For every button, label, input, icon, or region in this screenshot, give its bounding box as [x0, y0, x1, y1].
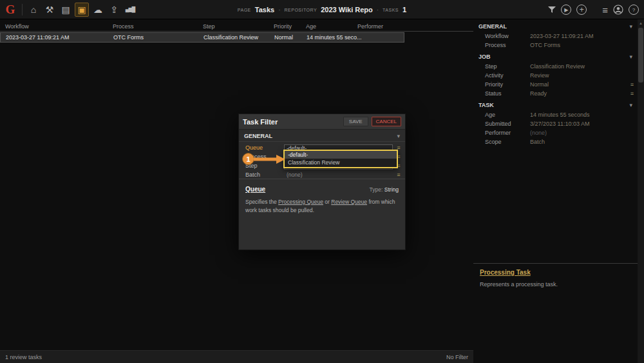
dialog-section-general[interactable]: GENERAL ▾: [239, 130, 405, 142]
section-task[interactable]: TASK ▾: [473, 98, 638, 110]
layers-icon[interactable]: ≡: [602, 5, 608, 15]
batches-icon[interactable]: ▤: [59, 3, 73, 17]
design-tools-icon[interactable]: ⚒: [43, 3, 57, 17]
section-job[interactable]: JOB ▾: [473, 50, 638, 62]
prop-row-scope[interactable]: Scope Batch: [473, 137, 638, 146]
task-table-header: Workflow Process Step Priority Age Perfo…: [0, 22, 473, 32]
help-heading-row: Queue Type: String: [245, 186, 399, 193]
prop-value: 14 minutes 55 seconds: [530, 112, 590, 118]
prop-value: OTC Forms: [530, 42, 560, 48]
filter-funnel-icon[interactable]: [548, 6, 556, 14]
prop-label: Step: [485, 63, 530, 70]
repository-value[interactable]: 2023 Wiki Repo: [321, 6, 373, 14]
prop-row-performer[interactable]: Performer (none): [473, 128, 638, 137]
task-filter-dialog: Task Filter SAVE CANCEL GENERAL ▾ Queue …: [238, 113, 406, 250]
column-header-process[interactable]: Process: [113, 23, 134, 30]
help-desc-text: or: [323, 199, 331, 205]
chevron-down-icon[interactable]: ▾: [629, 23, 632, 30]
prop-label: Performer: [485, 130, 530, 136]
imports-cloud-icon[interactable]: ☁: [91, 3, 105, 17]
prop-row-submitted[interactable]: Submitted 3/27/2023 11:10:03 AM: [473, 119, 638, 128]
prop-value: 3/27/2023 11:10:03 AM: [530, 121, 589, 127]
review-queue-link[interactable]: Review Queue: [331, 199, 367, 205]
prop-row-workflow[interactable]: Workflow 2023-03-27 11:09:21 AM: [473, 32, 638, 41]
column-header-age[interactable]: Age: [306, 23, 316, 30]
prop-value: Review: [530, 72, 549, 79]
app-logo[interactable]: G: [3, 2, 18, 17]
section-general[interactable]: GENERAL ▾: [473, 19, 638, 32]
dropdown-option-classification-review[interactable]: Classification Review: [285, 159, 397, 166]
help-desc-text: Specifies the: [245, 199, 278, 205]
prop-row-process[interactable]: Process OTC Forms: [473, 41, 638, 50]
add-icon[interactable]: +: [576, 5, 587, 15]
prop-row-status[interactable]: Status Ready ≡: [473, 89, 638, 98]
tasks-icon[interactable]: ▣: [75, 3, 89, 17]
dialog-title-bar[interactable]: Task Filter SAVE CANCEL: [239, 114, 405, 130]
doc-description: Represents a processing task.: [480, 281, 631, 288]
section-general-title: GENERAL: [478, 23, 507, 30]
prop-label: Submitted: [485, 121, 530, 127]
cell-workflow: 2023-03-27 11:09:21 AM: [6, 34, 69, 41]
chevron-down-icon[interactable]: ▾: [629, 102, 632, 108]
nav-icon-group: ⌂ ⚒ ▤ ▣ ☁ ⇪ ▄▆█: [26, 3, 137, 17]
status-left-text: 1 review tasks: [5, 354, 42, 360]
section-task-title: TASK: [478, 102, 494, 108]
chevron-down-icon[interactable]: ▾: [397, 133, 400, 139]
batch-field-label: Batch: [245, 172, 281, 178]
column-header-workflow[interactable]: Workflow: [5, 23, 29, 30]
prop-label: Scope: [485, 139, 530, 145]
prop-value: Ready: [530, 90, 547, 97]
prop-label: Process: [485, 42, 530, 48]
menu-icon[interactable]: ≡: [630, 90, 634, 97]
section-job-title: JOB: [478, 54, 491, 60]
exports-icon[interactable]: ⇪: [107, 3, 121, 17]
prop-label: Workflow: [485, 33, 530, 39]
cell-priority: Normal: [274, 34, 293, 41]
dialog-title: Task Filter: [243, 118, 343, 126]
save-button[interactable]: SAVE: [343, 117, 368, 126]
tasks-count-label: TASKS: [383, 8, 399, 12]
separator-dot: ·: [278, 6, 280, 14]
separator-dot: ·: [377, 6, 379, 14]
help-icon[interactable]: ?: [629, 5, 639, 15]
cancel-button[interactable]: CANCEL: [372, 117, 401, 126]
status-bar: 1 review tasks No Filter: [0, 350, 473, 363]
cell-step: Classification Review: [204, 34, 258, 41]
page-label: PAGE: [238, 8, 251, 12]
task-table-row[interactable]: 2023-03-27 11:09:21 AM OTC Forms Classif…: [0, 32, 404, 43]
type-doc-panel: Processing Task Represents a processing …: [473, 263, 638, 363]
play-icon[interactable]: ▶: [561, 5, 571, 15]
scrollbar-thumb[interactable]: [638, 28, 643, 83]
chevron-down-icon[interactable]: ▾: [629, 54, 632, 60]
prop-label: Status: [485, 90, 530, 97]
prop-row-priority[interactable]: Priority Normal ≡: [473, 80, 638, 89]
page-value[interactable]: Tasks: [255, 6, 274, 14]
type-label: Type:: [370, 186, 383, 193]
scroll-up-arrow-icon[interactable]: ▴: [638, 19, 644, 27]
column-header-step[interactable]: Step: [203, 23, 215, 30]
prop-row-age[interactable]: Age 14 minutes 55 seconds: [473, 110, 638, 119]
queue-field-label: Queue: [245, 144, 281, 151]
breadcrumb: PAGE Tasks · REPOSITORY 2023 Wiki Repo ·…: [129, 0, 515, 19]
property-help-panel: Queue Type: String Specifies the Process…: [239, 179, 405, 250]
user-account-icon[interactable]: [613, 5, 623, 15]
field-row-batch: Batch (none) ≡: [239, 170, 405, 179]
menu-icon[interactable]: ≡: [395, 172, 402, 178]
prop-value: (none): [530, 130, 547, 136]
dropdown-option-default[interactable]: -default-: [285, 151, 397, 159]
menu-icon[interactable]: ≡: [630, 81, 634, 88]
column-header-performer[interactable]: Performer: [357, 23, 383, 30]
help-description: Specifies the Processing Queue or Review…: [245, 198, 399, 215]
cell-age: 14 minutes 55 seco...: [307, 34, 362, 41]
processing-queue-link[interactable]: Processing Queue: [278, 199, 323, 205]
status-filter-text[interactable]: No Filter: [446, 354, 468, 360]
prop-label: Priority: [485, 81, 530, 88]
home-icon[interactable]: ⌂: [26, 3, 41, 17]
column-header-priority[interactable]: Priority: [274, 23, 292, 30]
vertical-scrollbar[interactable]: ▴: [638, 19, 644, 363]
prop-row-step[interactable]: Step Classification Review: [473, 62, 638, 71]
prop-value: 2023-03-27 11:09:21 AM: [530, 33, 593, 39]
doc-title-link[interactable]: Processing Task: [480, 269, 531, 276]
prop-row-activity[interactable]: Activity Review: [473, 71, 638, 80]
batch-value[interactable]: (none): [284, 172, 393, 178]
